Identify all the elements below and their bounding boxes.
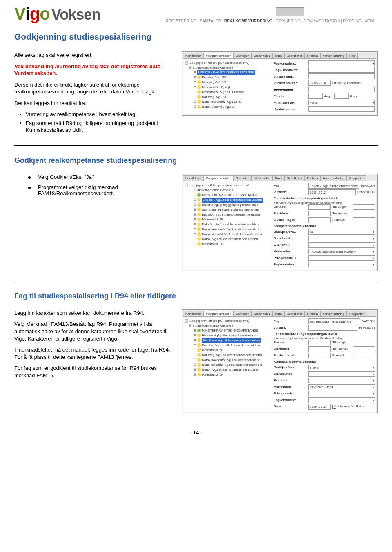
- section2-title: Godkjent realkompetanse studiespesialise…: [14, 156, 378, 165]
- tree-node[interactable]: ⊞ Historie Vg3 påbygging til generell st…: [185, 333, 270, 338]
- tree-node[interactable]: ⊞ Naturfag, Vg1 stud.forberedende utdann: [185, 222, 270, 227]
- section3-title: Fag til studiespesialisering i R94 eller…: [14, 292, 378, 300]
- tab-praksis[interactable]: Praksis: [305, 311, 320, 316]
- tree-node[interactable]: ⊞ Matematikk 1P: [185, 242, 270, 247]
- tree-node[interactable]: ⊞ Norsk, Vg3 studieforberedende utdanni: [185, 237, 270, 242]
- tree-node[interactable]: ⊞ Naturfag, Vg1 SF: [185, 95, 270, 100]
- section2-text: Velg Godkjent/Eks: "Ja" Programmet velge…: [14, 174, 174, 271]
- tree-node[interactable]: ⊞ Norsk hovedmål, Vg3 studieforberedend: [185, 358, 270, 363]
- tab-kurs[interactable]: Kurs: [273, 311, 284, 316]
- breadcrumb-item: VEDL.: [363, 19, 378, 23]
- screenshot1: KandidaterProgramområderSamtalerUtdannel…: [182, 51, 378, 116]
- tab-rap[interactable]: Rap: [347, 53, 358, 58]
- tree-node[interactable]: ⊞ Naturfag, Vg1 studieforberedende utdan…: [185, 353, 270, 358]
- logo-voksen: Voksen: [51, 6, 100, 23]
- tree-node[interactable]: ⊞ MINSTEKRAV STUDIEKOMPETANSE: [185, 328, 270, 333]
- tab-utdannelse[interactable]: Utdannelse: [251, 53, 272, 58]
- breadcrumb-item: SAMTALER: [198, 19, 223, 23]
- s1-timer[interactable]: [334, 93, 349, 99]
- form-field[interactable]: [308, 371, 375, 377]
- tab-praksis[interactable]: Praksis: [305, 53, 320, 58]
- tab-kandidater[interactable]: Kandidater: [183, 311, 204, 316]
- breadcrumb-item: REGISTRERING: [165, 19, 198, 23]
- tree-node[interactable]: ⊞ Norsk Sidemål, Vg3 SF: [185, 105, 270, 109]
- s1-vurdert-fagk[interactable]: [308, 73, 375, 79]
- tab-utdannelse[interactable]: Utdannelse: [251, 311, 272, 316]
- tree-node[interactable]: ⊞ Norsk hovedmål, Vg3 studieforberedend: [185, 227, 270, 232]
- tab-kandidater[interactable]: Kandidater: [183, 175, 204, 181]
- tree-node[interactable]: ⊞ Historie, Vg3 Påb.: [185, 80, 270, 85]
- tree-node[interactable]: ⊞ Norsk sidemål, Vg3 studieforberedende …: [185, 232, 270, 237]
- tab-annen erfaring[interactable]: Annen erfaring: [321, 53, 347, 58]
- tab-programområder[interactable]: Programområder: [204, 53, 233, 58]
- tree-node[interactable]: ⊞ Studiekompetanse Generell: [185, 188, 270, 193]
- tab-kandidater[interactable]: Kandidater: [183, 53, 204, 58]
- tree-node[interactable]: ⊞ Studiekompetanse Generell: [185, 65, 270, 70]
- form-field[interactable]: [308, 391, 375, 396]
- s3-p1: Legg inn karakter som søker kan dokument…: [14, 309, 174, 317]
- tab-kurs[interactable]: Kurs: [273, 175, 284, 181]
- section3-text: Legg inn karakter som søker kan dokument…: [14, 309, 174, 413]
- tree-node[interactable]: ⊞ Matematikk, Vg2 SF Praktisk: [185, 90, 270, 95]
- list-item: Vurdering av realkompetanse i hvert enke…: [26, 111, 174, 118]
- tab-sertifikater[interactable]: Sertifikater: [284, 175, 305, 181]
- form-field[interactable]: [308, 378, 375, 383]
- tree-node[interactable]: ⊞ Samfunnsfag i videregående opplæring: [185, 338, 270, 343]
- tab-sertifikater[interactable]: Sertifikater: [284, 311, 305, 316]
- tab-annen erfaring[interactable]: Annen erfaring: [321, 175, 347, 181]
- s1-fagkonsulent-label: Fagkonsulent:: [274, 62, 308, 65]
- logo-i: i: [25, 4, 30, 24]
- tree-node[interactable]: ⊞ Norsk, Vg3 studieforberedende utdanni: [185, 367, 270, 372]
- tree-node[interactable]: ⊞ Engelsk, Vg1 studieforberedende utdann: [185, 343, 270, 348]
- tree-node[interactable]: ⊞ Historie Vg3 påbygging til generell st…: [185, 203, 270, 207]
- tab-programområder[interactable]: Programområder: [204, 311, 233, 316]
- s3-p4: For fag som er godkjent til studiekompet…: [14, 365, 174, 379]
- form-field[interactable]: 3 TRE: [308, 365, 375, 370]
- s1-vurdert-saksb[interactable]: 09.06.2010: [308, 80, 331, 86]
- tab-sertifikater[interactable]: Sertifikater: [284, 53, 305, 58]
- form-field[interactable]: FAM13/Fag R94: [308, 384, 375, 390]
- tree-node[interactable]: ⊞ Matematikk 1P: [185, 372, 270, 377]
- form-field[interactable]: [308, 236, 375, 241]
- s1-fagkonsulent-field[interactable]: [308, 60, 375, 66]
- form-field[interactable]: FAM18/Realkompetansevurdert: [308, 249, 375, 254]
- s1-fagk-kontaktet[interactable]: [308, 67, 375, 73]
- tree-node[interactable]: ⊞ Matematikk 2P: [185, 217, 270, 222]
- form-field[interactable]: [308, 262, 375, 267]
- tab-utdannelse[interactable]: Utdannelse: [251, 175, 272, 181]
- tab-samtaler[interactable]: Samtaler: [233, 175, 251, 181]
- tab-annen erfaring[interactable]: Annen erfaring: [321, 311, 347, 316]
- tree-root[interactable]: 📋 Løp (opprett ett løp pr. kompetansebev…: [185, 183, 270, 188]
- tab-praksis[interactable]: Praksis: [305, 175, 320, 181]
- s1-ordensdato[interactable]: [308, 87, 375, 92]
- tree-node[interactable]: ⊞ Norsk hovedmål, Vg3 SF S: [185, 100, 270, 105]
- tab-programområder[interactable]: Programområder: [204, 175, 233, 181]
- tab-rapporter[interactable]: Rapporter: [347, 175, 366, 181]
- tree-root[interactable]: 📋 Løp (opprett ett løp pr. kompetansebev…: [185, 60, 270, 65]
- tab-samtaler[interactable]: Samtaler: [233, 311, 251, 316]
- list-item: Fag som er tatt i R94 og tidligere ordni…: [26, 120, 174, 134]
- tab-kurs[interactable]: Kurs: [273, 53, 284, 58]
- tab-samtaler[interactable]: Samtaler: [233, 53, 251, 58]
- tree-node[interactable]: ⊞ Matematikk 2P: [185, 348, 270, 353]
- form-field[interactable]: Ja: [308, 229, 375, 235]
- tree-node[interactable]: ⊞ Samfunnsfag i videregående opplæring: [185, 207, 270, 212]
- tree-node[interactable]: ⊞ Matematikk 1P, Vg1: [185, 85, 270, 90]
- tab-rapporter[interactable]: Rapporter: [347, 311, 366, 316]
- tree-root[interactable]: 📋 Løp (opprett ett løp pr. kompetansebev…: [185, 318, 270, 323]
- form-field[interactable]: [308, 397, 375, 403]
- s2-b1: Velg Godkjent/Eks: "Ja": [38, 174, 94, 180]
- tree-node[interactable]: ⊞ Engelsk, Vg1 studieforberedende utdann: [185, 212, 270, 217]
- tree-node[interactable]: ⊞ MINSTEKRAV STUDIEKOMPETANSE: [185, 70, 270, 75]
- tree-node[interactable]: ⊞ MINSTEKRAV STUDIEKOMPETANSE: [185, 193, 270, 198]
- form-field[interactable]: [308, 242, 375, 248]
- logo: V i g o Voksen: [14, 4, 100, 24]
- s1-finansiert[interactable]: Fylket: [308, 100, 375, 105]
- breadcrumb-item: RYDDING: [342, 19, 363, 23]
- tree-node[interactable]: ⊞ Engelsk, Vg1 studieforberedende utdann: [185, 198, 270, 203]
- s1-dager[interactable]: [308, 93, 323, 99]
- tree-node[interactable]: ⊞ Studiekompetanse Generell: [185, 323, 270, 328]
- tree-node[interactable]: ⊞ Norsk sidemål, Vg3 studieforberedende …: [185, 363, 270, 367]
- form-field[interactable]: [308, 255, 375, 261]
- tree-node[interactable]: ⊞ Engelsk, Vg1 SF: [185, 75, 270, 80]
